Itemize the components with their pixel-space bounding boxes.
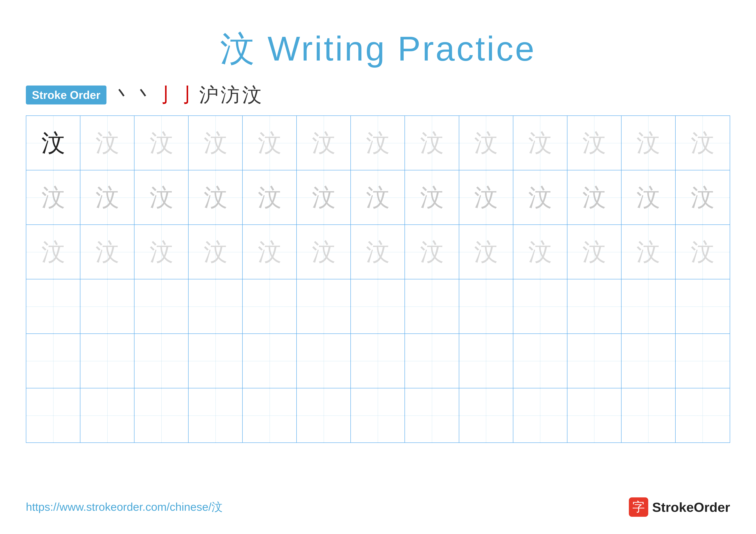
cell-3-7: 汶 xyxy=(351,225,405,279)
cell-2-9: 汶 xyxy=(459,170,513,224)
cell-2-4: 汶 xyxy=(189,170,243,224)
cell-6-7 xyxy=(351,388,405,443)
strokeorder-logo-icon: 字 xyxy=(629,497,648,517)
char-3-1: 汶 xyxy=(41,240,65,264)
cell-4-8 xyxy=(405,279,459,333)
cell-3-10: 汶 xyxy=(513,225,567,279)
cell-5-6 xyxy=(297,334,351,388)
char-2-13: 汶 xyxy=(691,186,715,209)
cell-3-2: 汶 xyxy=(80,225,134,279)
char-3-7: 汶 xyxy=(366,240,390,264)
cell-4-3 xyxy=(134,279,189,333)
cell-3-11: 汶 xyxy=(567,225,622,279)
cell-1-8: 汶 xyxy=(405,116,459,170)
cell-1-9: 汶 xyxy=(459,116,513,170)
stroke-order-row: Stroke Order 丶 丶 亅 亅 沪 汸 汶 xyxy=(26,85,730,105)
char-1-9: 汶 xyxy=(474,131,498,155)
cell-4-10 xyxy=(513,279,567,333)
char-2-10: 汶 xyxy=(528,186,552,209)
cell-5-12 xyxy=(622,334,676,388)
cell-1-4: 汶 xyxy=(189,116,243,170)
char-1-1: 汶 xyxy=(41,131,65,155)
char-1-3: 汶 xyxy=(149,131,173,155)
stroke-order-badge: Stroke Order xyxy=(26,86,106,105)
cell-3-9: 汶 xyxy=(459,225,513,279)
char-1-11: 汶 xyxy=(582,131,606,155)
cell-2-12: 汶 xyxy=(622,170,676,224)
cell-1-7: 汶 xyxy=(351,116,405,170)
cell-6-10 xyxy=(513,388,567,443)
cell-6-4 xyxy=(189,388,243,443)
char-3-10: 汶 xyxy=(528,240,552,264)
char-1-8: 汶 xyxy=(420,131,444,155)
cell-5-5 xyxy=(243,334,297,388)
cell-2-6: 汶 xyxy=(297,170,351,224)
cell-2-10: 汶 xyxy=(513,170,567,224)
cell-3-3: 汶 xyxy=(134,225,189,279)
cell-2-1: 汶 xyxy=(26,170,80,224)
cell-1-2: 汶 xyxy=(80,116,134,170)
cell-4-12 xyxy=(622,279,676,333)
stroke-sequence: 丶 丶 亅 亅 沪 汸 汶 xyxy=(113,85,262,105)
stroke-6: 汸 xyxy=(221,85,240,105)
cell-6-8 xyxy=(405,388,459,443)
cell-6-3 xyxy=(134,388,189,443)
title-area: 汶 Writing Practice xyxy=(26,26,730,72)
cell-4-13 xyxy=(676,279,730,333)
grid-row-1: 汶 汶 汶 汶 汶 汶 汶 汶 汶 xyxy=(26,116,730,170)
cell-2-2: 汶 xyxy=(80,170,134,224)
cell-5-10 xyxy=(513,334,567,388)
char-1-12: 汶 xyxy=(636,131,660,155)
practice-grid: 汶 汶 汶 汶 汶 汶 汶 汶 汶 xyxy=(26,115,730,443)
cell-4-6 xyxy=(297,279,351,333)
cell-4-5 xyxy=(243,279,297,333)
cell-1-10: 汶 xyxy=(513,116,567,170)
cell-5-8 xyxy=(405,334,459,388)
cell-1-6: 汶 xyxy=(297,116,351,170)
char-2-7: 汶 xyxy=(366,186,390,209)
char-3-12: 汶 xyxy=(636,240,660,264)
grid-row-4 xyxy=(26,279,730,334)
char-3-11: 汶 xyxy=(582,240,606,264)
char-3-13: 汶 xyxy=(691,240,715,264)
cell-5-9 xyxy=(459,334,513,388)
cell-6-1 xyxy=(26,388,80,443)
stroke-3: 亅 xyxy=(156,85,176,105)
cell-1-1: 汶 xyxy=(26,116,80,170)
cell-2-11: 汶 xyxy=(567,170,622,224)
grid-row-3: 汶 汶 汶 汶 汶 汶 汶 汶 汶 xyxy=(26,225,730,279)
cell-4-9 xyxy=(459,279,513,333)
logo-name: StrokeOrder xyxy=(652,499,730,515)
char-1-13: 汶 xyxy=(691,131,715,155)
char-1-6: 汶 xyxy=(312,131,336,155)
char-2-12: 汶 xyxy=(636,186,660,209)
grid-row-5 xyxy=(26,334,730,388)
char-1-4: 汶 xyxy=(204,131,228,155)
char-2-2: 汶 xyxy=(95,186,119,209)
cell-5-2 xyxy=(80,334,134,388)
cell-3-12: 汶 xyxy=(622,225,676,279)
cell-2-7: 汶 xyxy=(351,170,405,224)
char-2-6: 汶 xyxy=(312,186,336,209)
cell-4-1 xyxy=(26,279,80,333)
page-title: 汶 Writing Practice xyxy=(26,26,730,72)
cell-2-3: 汶 xyxy=(134,170,189,224)
cell-6-2 xyxy=(80,388,134,443)
char-3-4: 汶 xyxy=(204,240,228,264)
char-2-11: 汶 xyxy=(582,186,606,209)
char-3-5: 汶 xyxy=(258,240,282,264)
cell-3-8: 汶 xyxy=(405,225,459,279)
footer-logo: 字 StrokeOrder xyxy=(629,497,730,517)
char-1-10: 汶 xyxy=(528,131,552,155)
grid-row-6 xyxy=(26,388,730,443)
cell-3-1: 汶 xyxy=(26,225,80,279)
cell-2-5: 汶 xyxy=(243,170,297,224)
grid-row-2: 汶 汶 汶 汶 汶 汶 汶 汶 汶 xyxy=(26,170,730,225)
stroke-1: 丶 xyxy=(113,85,132,105)
cell-6-11 xyxy=(567,388,622,443)
page: 汶 Writing Practice Stroke Order 丶 丶 亅 亅 … xyxy=(0,0,756,534)
cell-1-3: 汶 xyxy=(134,116,189,170)
char-1-2: 汶 xyxy=(95,131,119,155)
footer: https://www.strokeorder.com/chinese/汶 字 … xyxy=(26,497,730,517)
char-3-2: 汶 xyxy=(95,240,119,264)
